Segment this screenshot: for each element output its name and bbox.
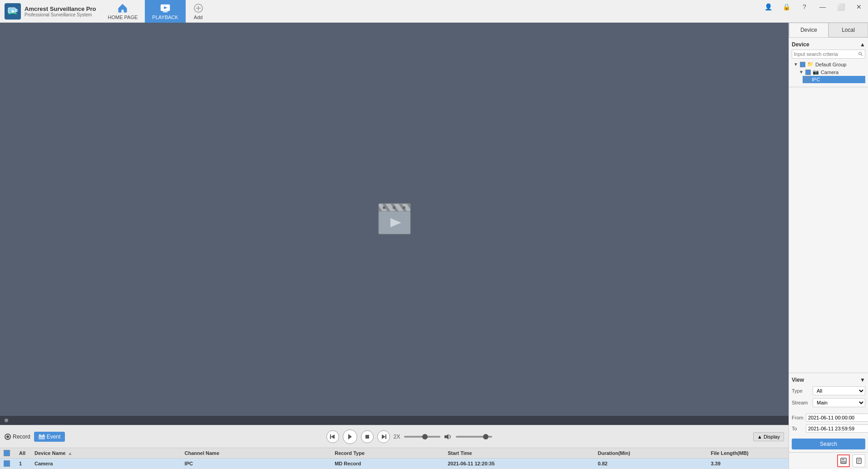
table-row[interactable]: 1 Camera IPC MD Record 2021-06-11 12:20:… bbox=[0, 459, 789, 469]
date-from-input[interactable] bbox=[806, 414, 868, 422]
date-to-input[interactable] bbox=[806, 424, 868, 433]
col-header-size: File Length(MB) bbox=[711, 450, 785, 456]
tree-group-arrow: ▼ bbox=[794, 62, 798, 67]
results-area: All Device Name ▲ Channel Name Record Ty… bbox=[0, 448, 789, 469]
nav-playback[interactable]: PLAYBACK bbox=[145, 0, 185, 23]
tree-ipc-checkbox[interactable] bbox=[804, 77, 810, 82]
row-1-type: MD Record bbox=[335, 461, 446, 466]
svg-rect-29 bbox=[385, 434, 386, 439]
volume-slider-thumb bbox=[483, 434, 488, 439]
row-checkbox-col bbox=[4, 460, 17, 467]
tree-default-group[interactable]: ▼ 📁 Default Group bbox=[792, 60, 865, 68]
view-collapse-icon[interactable]: ▼ bbox=[860, 377, 865, 383]
record-radio[interactable]: Record bbox=[5, 434, 30, 440]
row-1-duration: 0.82 bbox=[598, 461, 709, 466]
folder-icon: 📁 bbox=[807, 61, 814, 67]
col-header-type: Record Type bbox=[335, 450, 446, 456]
view-type-row: Type All bbox=[792, 385, 865, 397]
clip-icon-btn[interactable] bbox=[853, 454, 865, 467]
svg-marker-27 bbox=[348, 434, 352, 439]
title-controls: 👤 🔒 ? — ⬜ ✕ bbox=[759, 0, 868, 14]
maximize-btn[interactable]: ⬜ bbox=[832, 0, 850, 14]
tree-camera-arrow: ▼ bbox=[799, 70, 804, 75]
device-search-input[interactable] bbox=[794, 51, 857, 57]
row-1-size: 3.39 bbox=[711, 461, 785, 466]
close-btn[interactable]: ✕ bbox=[850, 0, 868, 14]
tab-local[interactable]: Local bbox=[829, 23, 868, 37]
date-from-row: From ▼ bbox=[792, 412, 865, 423]
svg-rect-28 bbox=[365, 435, 369, 439]
record-label: Record bbox=[13, 434, 30, 440]
svg-rect-2 bbox=[15, 9, 17, 12]
save-icon-btn[interactable] bbox=[837, 454, 850, 467]
view-stream-select[interactable]: Main bbox=[813, 398, 865, 407]
svg-line-33 bbox=[861, 55, 863, 56]
tree-group-checkbox[interactable] bbox=[800, 62, 805, 67]
app-title-main: Amcrest Surveillance Pro bbox=[25, 5, 96, 12]
row-1-channel: IPC bbox=[185, 461, 333, 466]
view-stream-row: Stream Main bbox=[792, 397, 865, 409]
device-collapse-icon[interactable]: ▲ bbox=[860, 41, 865, 48]
view-type-label: Type bbox=[792, 388, 810, 394]
volume-icon bbox=[444, 433, 452, 440]
svg-marker-31 bbox=[444, 434, 449, 439]
col-header-device[interactable]: Device Name ▲ bbox=[35, 450, 183, 456]
app-logo: Amcrest Surveillance Pro Professional Su… bbox=[0, 3, 101, 20]
minimize-btn[interactable]: — bbox=[814, 0, 832, 14]
video-player[interactable] bbox=[0, 23, 789, 416]
svg-point-20 bbox=[403, 206, 405, 209]
row-1-num: 1 bbox=[19, 461, 33, 466]
date-to-row: To ▼ bbox=[792, 423, 865, 434]
panel-spacer bbox=[789, 87, 868, 373]
view-type-select[interactable]: All bbox=[813, 386, 865, 395]
speed-slider[interactable] bbox=[404, 436, 440, 438]
col-header-channel: Channel Name bbox=[185, 450, 333, 456]
lock-icon-btn[interactable]: 🔒 bbox=[777, 0, 795, 14]
header-checkbox-col bbox=[4, 450, 17, 456]
volume-slider[interactable] bbox=[456, 436, 492, 438]
display-btn[interactable]: ▲ Display bbox=[753, 432, 784, 441]
table-body: 1 Camera IPC MD Record 2021-06-11 12:20:… bbox=[0, 459, 789, 469]
device-tree: ▼ 📁 Default Group ▼ 📷 Camera IPC bbox=[792, 59, 865, 85]
titlebar: Amcrest Surveillance Pro Professional Su… bbox=[0, 0, 868, 23]
play-pause-btn[interactable] bbox=[343, 429, 357, 444]
next-frame-btn[interactable] bbox=[377, 430, 390, 443]
row-1-start: 2021-06-11 12:20:35 bbox=[448, 461, 596, 466]
user-icon-btn[interactable]: 👤 bbox=[759, 0, 777, 14]
tree-ipc[interactable]: IPC bbox=[803, 76, 865, 83]
tab-device[interactable]: Device bbox=[789, 23, 829, 37]
help-icon-btn[interactable]: ? bbox=[795, 0, 814, 14]
nav-add-label: Add bbox=[194, 15, 203, 20]
row-1-checkbox[interactable] bbox=[4, 460, 10, 467]
panel-date-section: From ▼ To ▼ bbox=[789, 410, 868, 436]
select-all-checkbox[interactable] bbox=[4, 450, 10, 456]
event-button[interactable]: Event bbox=[34, 432, 65, 442]
col-header-start: Start Time bbox=[448, 450, 596, 456]
sort-arrow-device: ▲ bbox=[68, 451, 73, 456]
timeline-bar[interactable] bbox=[0, 416, 789, 425]
speed-label: 2X bbox=[394, 434, 400, 440]
video-placeholder bbox=[374, 201, 415, 238]
tree-group-label: Default Group bbox=[815, 62, 846, 67]
search-button[interactable]: Search bbox=[792, 439, 865, 449]
svg-rect-21 bbox=[39, 435, 45, 439]
tree-camera-checkbox[interactable] bbox=[805, 70, 811, 75]
prev-frame-btn[interactable] bbox=[326, 430, 339, 443]
main-layout: Record Event bbox=[0, 23, 868, 469]
controls-bar: Record Event bbox=[0, 425, 789, 448]
event-icon bbox=[39, 434, 45, 439]
save-icon bbox=[840, 458, 847, 464]
tree-camera[interactable]: ▼ 📷 Camera bbox=[797, 68, 865, 76]
date-from-label: From bbox=[792, 415, 803, 420]
nav-playback-label: PLAYBACK bbox=[152, 15, 178, 20]
stop-btn[interactable] bbox=[361, 430, 374, 443]
clapperboard-icon bbox=[374, 201, 415, 238]
nav-home[interactable]: HOME PAGE bbox=[101, 0, 145, 23]
view-section-title: View ▼ bbox=[792, 375, 865, 385]
timeline-dot bbox=[5, 419, 8, 422]
svg-rect-35 bbox=[842, 458, 844, 460]
right-panel: Device Local Device ▲ bbox=[789, 23, 868, 469]
nav-add[interactable]: Add bbox=[186, 0, 211, 23]
event-label: Event bbox=[47, 434, 61, 440]
record-radio-inner bbox=[6, 435, 9, 438]
